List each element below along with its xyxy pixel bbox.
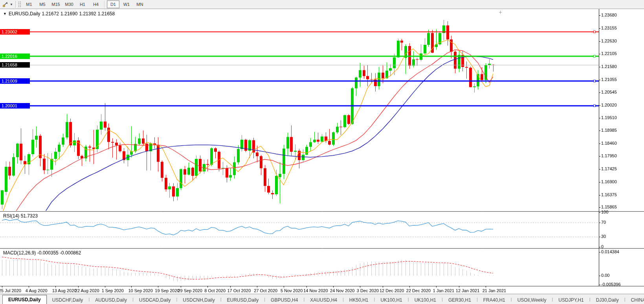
date-axis-label: 1 Sep 2020: [102, 288, 124, 293]
timeframe-button-m15[interactable]: M15: [50, 0, 62, 8]
price-axis-tick-label: 1.16375: [601, 192, 617, 197]
hline-price-badge: 1.20001: [0, 103, 30, 109]
timeframe-group-separator: [104, 1, 105, 8]
rsi-indicator-label: RSI(14) 51.7323: [3, 213, 38, 219]
date-axis-label: 22 Dec 2020: [406, 288, 431, 293]
rsi-axis-tick-label: 0: [601, 244, 604, 249]
date-axis-label: 21 Jan 2021: [483, 288, 506, 293]
price-axis-tick-label: 1.21055: [601, 77, 617, 82]
chart-tab-gbpusd-h4[interactable]: GBPUSD,H4: [265, 296, 303, 304]
chart-title: ▼EURUSD,Daily1.216721.216901.213921.2165…: [3, 11, 116, 17]
date-axis-label: 19 Sep 2020: [155, 288, 179, 293]
chart-plot-area[interactable]: [0, 9, 644, 293]
date-axis-label: 12 Jan 2021: [456, 288, 480, 293]
chart-tab-dj30-daily[interactable]: DJ30,Daily: [591, 296, 624, 304]
date-axis-label: 25 Jul 2020: [0, 288, 21, 293]
price-axis-tick-label: 1.15865: [601, 205, 617, 209]
date-axis-label: 8 Oct 2020: [204, 288, 226, 293]
chart-tab-usdcnh-daily[interactable]: USDCNH,Daily: [177, 296, 220, 304]
date-axis-label: 4 Aug 2020: [26, 288, 48, 293]
rsi-axis-tick-label: 70: [601, 220, 606, 225]
chart-tab-uk100-h1[interactable]: UK100,H1: [409, 296, 442, 304]
price-axis-tick-label: 1.23155: [601, 26, 617, 30]
hline-price-badge: 1.23002: [0, 29, 30, 35]
chart-tab-uk100-h1[interactable]: UK100,H1: [375, 296, 407, 304]
macd-axis-tick-label: -0.005396: [601, 282, 621, 287]
timeframe-button-h4[interactable]: H4: [90, 0, 102, 8]
chart-tab-eurusd-daily[interactable]: EURUSD,Daily: [2, 295, 47, 304]
title-open: 1.21672: [42, 11, 59, 17]
title-close: 1.21658: [98, 11, 115, 17]
timeframe-button-m30[interactable]: M30: [63, 0, 75, 8]
chart-window: ▼EURUSD,Daily1.216721.216901.213921.2165…: [0, 9, 644, 293]
date-axis-label: 10 Sep 2020: [128, 288, 152, 293]
timeframe-button-m5[interactable]: M5: [36, 0, 49, 8]
title-expand-icon[interactable]: ▼: [3, 12, 7, 16]
cursor-tool-button[interactable]: ▼: [1, 1, 14, 8]
chart-tab-usdjpy-h1[interactable]: USDJPY,H1: [553, 296, 589, 304]
chart-tab-usoil-weekly[interactable]: USOil,Weekly: [512, 296, 552, 304]
price-axis-tick-label: 1.17950: [601, 153, 617, 158]
price-axis-tick-label: 1.22105: [601, 51, 617, 56]
cursor-crosshair-icon: [2, 2, 9, 7]
chart-tab-eurusd-daily[interactable]: EURUSD,Daily: [222, 296, 264, 304]
current-price-badge: 1.21658: [0, 62, 30, 68]
title-low: 1.21392: [79, 11, 96, 17]
date-axis-label: 27 Oct 2020: [254, 288, 277, 293]
price-axis-tick-label: 1.23680: [601, 13, 617, 17]
date-axis-label: 12 Dec 2020: [380, 288, 404, 293]
date-axis-label: 29 Sep 2020: [178, 288, 202, 293]
rsi-axis-tick-label: 30: [601, 234, 606, 239]
date-axis-label: 17 Oct 2020: [227, 288, 251, 293]
chart-tab-hk50-h1[interactable]: HK50,H1: [344, 296, 374, 304]
rsi-axis-tick-label: 100: [601, 210, 608, 214]
title-symbol: EURUSD,Daily: [9, 11, 40, 17]
timeframe-button-mn[interactable]: MN: [134, 0, 146, 8]
chart-tab-bar: EURUSD,DailyUSDCHF,Daily|AUDUSD,Daily|US…: [0, 294, 644, 304]
timeframe-button-h1[interactable]: H1: [76, 0, 89, 8]
price-axis-tick-label: 1.18985: [601, 128, 617, 133]
date-axis-label: 13 Aug 2020: [52, 288, 77, 293]
timeframe-button-w1[interactable]: W1: [120, 0, 133, 8]
timeframe-button-d1[interactable]: D1: [107, 0, 119, 8]
price-axis-tick-label: 1.21580: [601, 64, 617, 69]
chart-tab-china300-h1[interactable]: CHINA300,H1: [626, 296, 644, 304]
price-axis-tick-label: 1.17425: [601, 166, 617, 171]
date-axis-label: 5 Nov 2020: [281, 288, 303, 293]
chart-tab-fra40-h1[interactable]: FRA40,H1: [478, 296, 511, 304]
price-axis-tick-label: 1.20020: [601, 103, 617, 107]
timeframe-button-m1[interactable]: M1: [23, 0, 35, 8]
chart-tab-usdchf-daily[interactable]: USDCHF,Daily: [47, 296, 89, 304]
price-axis-tick-label: 1.20545: [601, 90, 617, 94]
date-axis-label: 22 Aug 2020: [75, 288, 99, 293]
macd-indicator-label: MACD(12,26,9) -0.000355 -0.000862: [3, 250, 81, 256]
price-axis-tick-label: 1.19510: [601, 115, 617, 120]
toolbar-separator: [15, 1, 16, 8]
chart-tab-audusd-daily[interactable]: AUDUSD,Daily: [90, 296, 132, 304]
date-axis-label: 3 Dec 2020: [357, 288, 379, 293]
macd-axis-tick-label: 0.00: [601, 273, 609, 278]
macd-axis-tick-label: 0.014384: [601, 249, 619, 254]
chart-tab-usdcad-daily[interactable]: USDCAD,Daily: [134, 296, 176, 304]
hline-price-badge: 1.21009: [0, 78, 30, 84]
title-high: 1.21690: [61, 11, 77, 17]
top-toolbar: ▼ M1M5M15M30H1H4D1W1MN: [0, 0, 644, 9]
date-axis-label: 1 Jan 2021: [433, 288, 454, 293]
chart-tab-ger30-h1[interactable]: GER30,H1: [443, 296, 477, 304]
price-axis-tick-label: 1.22630: [601, 39, 617, 43]
price-axis-tick-label: 1.18460: [601, 141, 617, 146]
dropdown-caret-icon: ▼: [10, 3, 13, 6]
date-axis-label: 14 Nov 2020: [303, 288, 328, 293]
price-axis-tick-label: 1.16900: [601, 179, 617, 184]
hline-price-badge: 1.22016: [0, 53, 30, 59]
toolbar-drag-handle[interactable]: [18, 1, 21, 7]
timeframe-button-group: M1M5M15M30H1H4D1W1MN: [22, 0, 147, 8]
chart-tab-xauusd-h4[interactable]: XAUUSD,H4: [305, 296, 343, 304]
date-axis-label: 24 Nov 2020: [330, 288, 354, 293]
